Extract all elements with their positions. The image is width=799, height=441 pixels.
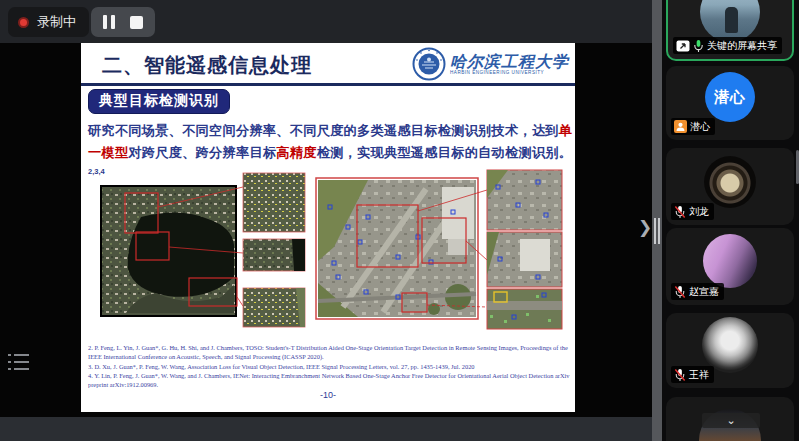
university-emblem-icon [412,47,446,81]
avatar [700,0,760,42]
university-name-en: HARBIN ENGINEERING UNIVERSITY [450,70,569,75]
recording-bar: 录制中 [8,7,155,37]
presentation-slide: 二、智能遥感信息处理 哈尔滨工程大学 HARBIN ENGINEERING UN… [81,43,575,412]
participant-name: 关键的屏幕共享 [707,39,777,53]
participant-name: 赵宣嘉 [689,285,719,299]
shared-screen-area: 录制中 二、智能遥感信息处理 哈尔滨工程大学 HARBIN ENGINEER [0,0,652,441]
participant-list-icon[interactable] [8,353,32,375]
section-badge: 典型目标检测识别 [88,89,230,114]
reference-item: 2. P. Feng, L. Yin, J. Guan*, G. Hu, H. … [88,343,570,362]
pause-recording-button[interactable] [103,15,115,29]
reference-item: 4. Y. Lin, P. Feng, J. Guan*, W. Wang, a… [88,371,570,390]
slide-title: 二、智能遥感信息处理 [102,52,312,79]
mic-muted-icon [674,285,686,299]
participant-tile[interactable]: 王祥 [666,313,794,388]
sidebar-resize-handle[interactable] [652,0,662,441]
satellite-figure-lake [100,173,305,327]
participant-tile[interactable]: 赵宣嘉 [666,228,794,305]
recording-label: 录制中 [37,13,76,31]
participant-tile-sharing[interactable]: 关键的屏幕共享 [666,0,794,61]
avatar [702,317,758,373]
participant-tile[interactable]: 刘龙 [666,148,794,225]
university-logo: 哈尔滨工程大学 HARBIN ENGINEERING UNIVERSITY [412,47,569,81]
university-name-zh: 哈尔滨工程大学 [450,53,569,71]
mic-on-icon [693,39,704,53]
screen-share-icon [676,40,690,52]
collapse-sidebar-chevron-icon[interactable]: ❯ [638,218,652,238]
bottom-bar [0,417,652,441]
satellite-figures [96,165,566,337]
scroll-down-chevron-icon[interactable]: ⌄ [702,413,760,428]
reference-item: 3. D. Xu, J. Guan*, P. Feng, W. Wang, As… [88,362,570,371]
recording-controls [91,7,155,37]
mic-muted-icon [674,368,686,382]
host-badge-icon [674,120,687,133]
page-number: -10- [81,390,575,400]
avatar [703,234,757,288]
avatar: 潜心 [705,72,755,122]
recording-status: 录制中 [8,7,89,37]
participants-sidebar: 关键的屏幕共享 潜心 潜心 刘龙 [662,0,799,441]
participant-tile[interactable]: 潜心 潜心 [666,66,794,140]
recording-dot-icon [18,17,29,28]
avatar [704,156,756,208]
participant-name: 刘龙 [689,205,709,219]
satellite-figure-airport [316,170,562,329]
mic-muted-icon [674,205,686,219]
participant-name: 王祥 [689,368,709,382]
title-divider [81,83,575,86]
stop-recording-button[interactable] [130,16,143,29]
participant-name: 潜心 [690,120,710,134]
slide-references: 2. P. Feng, L. Yin, J. Guan*, G. Hu, H. … [88,343,570,389]
